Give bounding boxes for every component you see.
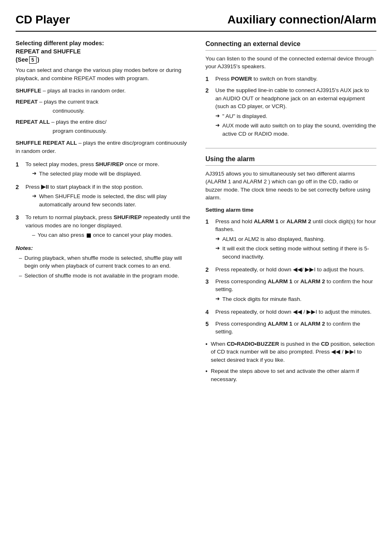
alarm-title: Using the alarm [205,154,376,166]
alarm-step-3-num: 3 [205,277,212,305]
arrow-icon-al3: ➜ [215,295,220,303]
step-1-num: 1 [16,160,22,180]
alarm-step-5-text: Press corresponding ALARM 1 or ALARM 2 t… [215,321,360,335]
repeat-text1: plays the current track [44,99,99,105]
stop-icon [87,234,91,238]
step-2-arrow-text: When SHUFFLE mode is selected, the disc … [39,192,192,208]
step-2-arrow-1: ➜ When SHUFFLE mode is selected, the dis… [25,192,192,208]
step-3-text: To return to normal playback, press SHUF… [25,214,190,229]
alarm-step-1-content: Press and hold ALARM 1 or ALARM 2 until … [215,217,376,263]
note-2: – Selection of shuffle mode is not avail… [16,272,192,280]
title-line1: Selecting different play modes: [16,40,104,46]
arrow-icon-ext1: ➜ [215,112,220,120]
title-line3-end: ) [37,56,39,63]
play-modes-title: Selecting different play modes: REPEAT a… [16,39,192,64]
steps-list: 1 To select play modes, press SHUF/REP o… [16,160,192,241]
step-2-num: 2 [16,183,22,210]
note-1-text: During playback, when shuffle mode is se… [25,254,192,270]
notes-section: Notes: – During playback, when shuffle m… [16,244,192,280]
shuffle-dash: – [43,88,47,94]
alarm-bullet-2: • Repeat the steps above to set and acti… [205,367,376,383]
alarm-bullet-1: • When CD•RADIO•BUZZER is pushed in the … [205,340,376,364]
note-dash-2: – [19,272,22,280]
alarm-bullets: • When CD•RADIO•BUZZER is pushed in the … [205,340,376,384]
step-2-content: Press ▶II to start playback if in the st… [25,183,192,210]
step-1-arrow-1: ➜ The selected play mode will be display… [25,170,192,178]
shuffle-definition: SHUFFLE – plays all tracks in random ord… [16,87,192,95]
external-device-section: Connecting an external device You can li… [205,39,376,140]
header-left-title: CD Player [16,12,70,28]
alarm-intro: AJ3915 allows you to simultaneously set … [205,170,376,202]
ext-step-2-content: Use the supplied line-in cable to connec… [215,86,376,139]
right-column: Connecting an external device You can li… [205,39,376,392]
section-divider [205,148,376,148]
external-device-title: Connecting an external device [205,39,376,51]
dash-sym-3: – [32,231,35,239]
title-line3-start: (See [16,56,28,63]
alarm-step-2-num: 2 [205,266,212,274]
content-area: Selecting different play modes: REPEAT a… [16,39,376,392]
bullet-icon-1: • [205,340,208,364]
ext-step-2-text: Use the supplied line-in cable to connec… [215,87,369,109]
ext-step-1-text: Press POWER to switch on from standby. [215,76,318,82]
alarm-step-3-text: Press corresponding ALARM 1 or ALARM 2 t… [215,278,373,293]
alarm-step-4-content: Press repeatedly, or hold down ◀◀ / ▶▶I … [215,308,376,316]
notes-title: Notes: [16,244,192,252]
ext-step-2: 2 Use the supplied line-in cable to conn… [205,86,376,139]
arrow-icon-ext2: ➜ [215,122,220,138]
step-1-content: To select play modes, press SHUF/REP onc… [25,160,192,180]
repeat-all-dash: – [50,119,56,125]
step-2-text: Press ▶II to start playback if in the st… [25,184,143,190]
arrow-icon-al1: ➜ [215,235,220,243]
alarm-step-5-num: 5 [205,320,212,336]
step-3: 3 To return to normal playback, press SH… [16,213,192,241]
arrow-icon-2: ➜ [32,192,37,208]
ext-step-2-arrow-2: ➜ AUX mode will auto switch on to play t… [215,122,376,138]
repeat-all-text2: program continuously. [53,127,192,135]
step-3-content: To return to normal playback, press SHUF… [25,213,192,241]
alarm-step-1-arrow-1: ➜ ALM1 or ALM2 is also displayed, flashi… [215,235,376,243]
page: CD Player Auxiliary connection/Alarm Sel… [0,0,392,548]
alarm-step-4-num: 4 [205,308,212,316]
note-dash-1: – [19,254,22,270]
alarm-step-1-text: Press and hold ALARM 1 or ALARM 2 until … [215,218,376,233]
alarm-step-4: 4 Press repeatedly, or hold down ◀◀ / ▶▶… [205,308,376,316]
left-column: Selecting different play modes: REPEAT a… [16,39,192,392]
alarm-section: Using the alarm AJ3915 allows you to sim… [205,154,376,384]
repeat-text2: continuously. [53,107,192,115]
alarm-step-1-arrow-text-1: ALM1 or ALM2 is also displayed, flashing… [222,235,376,243]
ext-step-2-arrow-text-2: AUX mode will auto switch on to play the… [222,122,376,138]
arrow-icon: ➜ [32,170,37,178]
shuffle-term: SHUFFLE [16,88,41,94]
step-3-num: 3 [16,213,22,241]
arrow-icon-al2: ➜ [215,245,220,261]
alarm-bullet-1-text: When CD•RADIO•BUZZER is pushed in the CD… [211,340,376,364]
alarm-step-3-content: Press corresponding ALARM 1 or ALARM 2 t… [215,277,376,305]
alarm-step-1-arrow-text-2: It will exit the clock setting mode with… [222,245,376,261]
step-3-dash: – You can also press once to cancel your… [25,231,192,239]
ext-step-1-num: 1 [205,75,212,83]
shuffle-repeat-all-definition: SHUFFLE REPEAT ALL – plays the entire di… [16,139,192,155]
repeat-all-term: REPEAT ALL [16,119,50,125]
ext-step-2-num: 2 [205,86,212,139]
ext-step-1: 1 Press POWER to switch on from standby. [205,75,376,83]
play-modes-intro: You can select and change the various pl… [16,66,192,82]
step-2: 2 Press ▶II to start playback if in the … [16,183,192,210]
alarm-steps: 1 Press and hold ALARM 1 or ALARM 2 unti… [205,217,376,336]
alarm-step-3-arrow-text-1: The clock digits for minute flash. [222,295,376,303]
bullet-icon-2: • [205,367,208,383]
shuffle-repeat-all-term: SHUFFLE REPEAT ALL [16,140,77,146]
step-3-dash-text: You can also press once to cancel your p… [38,231,173,239]
alarm-bullet-2-text: Repeat the steps above to set and activa… [211,367,376,383]
ext-step-2-arrow-1: ➜ " AU" is displayed. [215,112,376,120]
external-device-intro: You can listen to the sound of the conne… [205,55,376,71]
alarm-step-2: 2 Press repeatedly, or hold down ◀◀/ ▶▶I… [205,266,376,274]
setting-alarm-time-title: Setting alarm time [205,206,376,214]
header-right-title: Auxiliary connection/Alarm [227,12,376,28]
repeat-definition: REPEAT – plays the current track continu… [16,98,192,115]
alarm-step-5: 5 Press corresponding ALARM 1 or ALARM 2… [205,320,376,336]
step-1-text: To select play modes, press SHUF/REP onc… [25,161,159,167]
alarm-step-1: 1 Press and hold ALARM 1 or ALARM 2 unti… [205,217,376,263]
note-1: – During playback, when shuffle mode is … [16,254,192,270]
alarm-step-2-content: Press repeatedly, or hold down ◀◀/ ▶▶I t… [215,266,376,274]
